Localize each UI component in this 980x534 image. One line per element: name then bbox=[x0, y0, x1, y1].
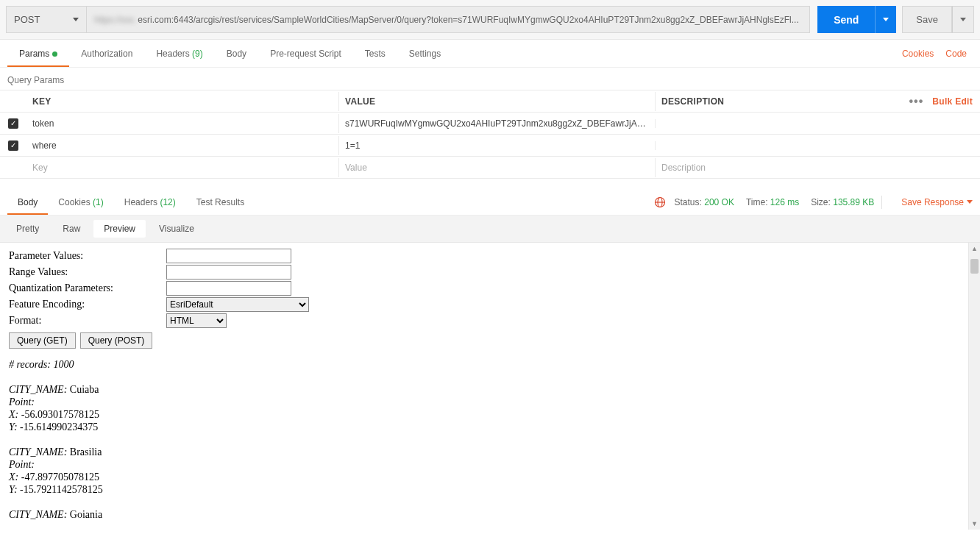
url-value: esri.com:6443/arcgis/rest/services/Sampl… bbox=[138, 15, 798, 25]
request-bar: POST https://xxx. esri.com:6443/arcgis/r… bbox=[0, 0, 980, 40]
scroll-down-arrow-icon[interactable]: ▼ bbox=[969, 518, 980, 530]
http-method-value: POST bbox=[14, 14, 40, 25]
range-values-input[interactable] bbox=[166, 265, 291, 280]
quantization-parameters-label: Quantization Parameters: bbox=[9, 282, 166, 294]
query-get-button[interactable]: Query (GET) bbox=[9, 332, 76, 349]
row-checkbox[interactable]: ✓ bbox=[8, 118, 18, 129]
tab-body[interactable]: Body bbox=[215, 41, 258, 66]
record-block: CITY_NAME: Brasilia Point: X: -47.897705… bbox=[9, 446, 959, 496]
send-button-group: Send bbox=[817, 6, 896, 33]
table-row-new: Key Value Description bbox=[0, 157, 980, 179]
param-value-cell[interactable]: s71WURFuqIwMYgmwGQU2xo4AHIuPT29TJnm2xu8g… bbox=[338, 114, 655, 133]
status-value: 200 OK bbox=[704, 197, 734, 207]
feature-encoding-select[interactable]: EsriDefault bbox=[166, 297, 309, 312]
chevron-down-icon bbox=[73, 18, 79, 21]
response-preview-pane: Parameter Values: Range Values: Quantiza… bbox=[0, 243, 968, 530]
tab-label: Cookies bbox=[58, 197, 90, 207]
query-params-title: Query Params bbox=[0, 68, 980, 90]
view-mode-pretty[interactable]: Pretty bbox=[6, 220, 49, 238]
view-mode-raw[interactable]: Raw bbox=[52, 220, 90, 238]
tab-response-body[interactable]: Body bbox=[7, 191, 48, 214]
http-method-select[interactable]: POST bbox=[6, 6, 87, 33]
bulk-edit-link[interactable]: Bulk Edit bbox=[932, 96, 973, 107]
view-mode-preview[interactable]: Preview bbox=[93, 220, 146, 238]
param-value-input[interactable]: Value bbox=[338, 158, 655, 177]
response-status-block: Status: 200 OK Time: 126 ms Size: 135.89… bbox=[675, 197, 875, 207]
vertical-scrollbar[interactable]: ▲ ▼ bbox=[968, 243, 980, 530]
tab-settings[interactable]: Settings bbox=[397, 41, 452, 66]
params-table-header: Key Value Description ••• Bulk Edit bbox=[0, 90, 980, 113]
tab-response-cookies[interactable]: Cookies (1) bbox=[48, 191, 113, 214]
tab-label: Headers bbox=[156, 49, 189, 59]
format-select[interactable]: HTML bbox=[166, 313, 227, 328]
query-post-button[interactable]: Query (POST) bbox=[80, 332, 153, 349]
save-dropdown-button[interactable] bbox=[952, 6, 974, 33]
tab-label: Params bbox=[19, 49, 49, 59]
tab-headers[interactable]: Headers (9) bbox=[144, 41, 214, 66]
view-mode-visualize[interactable]: Visualize bbox=[149, 220, 205, 238]
record-block: CITY_NAME: Goiania bbox=[9, 509, 959, 521]
param-key-cell[interactable]: where bbox=[26, 136, 338, 155]
col-key: Key bbox=[26, 92, 338, 111]
save-response-button[interactable]: Save Response bbox=[901, 197, 973, 207]
status-label: Status: bbox=[675, 197, 702, 207]
param-key-input[interactable]: Key bbox=[26, 158, 338, 177]
size-label: Size: bbox=[811, 197, 831, 207]
param-desc-cell[interactable] bbox=[655, 119, 899, 128]
quantization-parameters-input[interactable] bbox=[166, 281, 291, 296]
chevron-down-icon bbox=[960, 18, 966, 21]
preview-wrap: Parameter Values: Range Values: Quantiza… bbox=[0, 243, 980, 530]
time-value: 126 ms bbox=[770, 197, 799, 207]
format-label: Format: bbox=[9, 315, 166, 327]
more-options-icon[interactable]: ••• bbox=[909, 95, 923, 108]
globe-network-icon[interactable] bbox=[654, 196, 666, 208]
parameter-values-label: Parameter Values: bbox=[9, 250, 166, 262]
request-tabs: Params Authorization Headers (9) Body Pr… bbox=[0, 40, 980, 68]
col-value: Value bbox=[338, 92, 655, 111]
table-row: ✓ token s71WURFuqIwMYgmwGQU2xo4AHIuPT29T… bbox=[0, 113, 980, 135]
record-block: CITY_NAME: Cuiaba Point: X: -56.09301757… bbox=[9, 384, 959, 433]
save-response-label: Save Response bbox=[901, 197, 964, 207]
size-value: 135.89 KB bbox=[833, 197, 874, 207]
tab-prerequest[interactable]: Pre-request Script bbox=[258, 41, 353, 66]
save-button-group: Save bbox=[902, 6, 974, 33]
param-value-cell[interactable]: 1=1 bbox=[338, 136, 655, 155]
response-tabs: Body Cookies (1) Headers (12) Test Resul… bbox=[0, 189, 980, 216]
chevron-down-icon bbox=[883, 18, 889, 21]
send-dropdown-button[interactable] bbox=[875, 6, 896, 33]
range-values-label: Range Values: bbox=[9, 266, 166, 278]
parameter-values-input[interactable] bbox=[166, 249, 291, 263]
tab-count: (12) bbox=[160, 197, 175, 207]
chevron-down-icon bbox=[967, 200, 973, 204]
time-label: Time: bbox=[746, 197, 768, 207]
modified-dot-icon bbox=[52, 51, 57, 57]
params-table: Key Value Description ••• Bulk Edit ✓ to… bbox=[0, 90, 980, 179]
scroll-up-arrow-icon[interactable]: ▲ bbox=[969, 243, 980, 254]
send-button[interactable]: Send bbox=[817, 6, 875, 33]
cookies-link[interactable]: Cookies bbox=[896, 49, 940, 59]
tab-authorization[interactable]: Authorization bbox=[69, 41, 144, 66]
response-view-modes: Pretty Raw Preview Visualize bbox=[0, 216, 980, 243]
scroll-thumb[interactable] bbox=[970, 259, 979, 274]
tab-test-results[interactable]: Test Results bbox=[186, 191, 255, 214]
tab-params[interactable]: Params bbox=[7, 41, 69, 66]
param-desc-cell[interactable] bbox=[655, 141, 899, 150]
row-checkbox[interactable]: ✓ bbox=[8, 140, 18, 151]
save-button[interactable]: Save bbox=[902, 6, 952, 33]
tab-count: (1) bbox=[93, 197, 104, 207]
tab-count: (9) bbox=[192, 49, 203, 59]
url-blurred-prefix: https://xxx. bbox=[94, 15, 136, 25]
param-key-cell[interactable]: token bbox=[26, 114, 338, 133]
tab-label: Headers bbox=[124, 197, 157, 207]
code-link[interactable]: Code bbox=[940, 49, 973, 59]
param-desc-input[interactable]: Description bbox=[655, 158, 899, 177]
url-input[interactable]: https://xxx. esri.com:6443/arcgis/rest/s… bbox=[87, 6, 810, 33]
tab-tests[interactable]: Tests bbox=[353, 41, 397, 66]
records-count-line: # records: 1000 bbox=[9, 359, 959, 371]
table-row: ✓ where 1=1 bbox=[0, 135, 980, 157]
col-description: Description bbox=[655, 92, 899, 111]
tab-response-headers[interactable]: Headers (12) bbox=[114, 191, 186, 214]
feature-encoding-label: Feature Encoding: bbox=[9, 299, 166, 310]
